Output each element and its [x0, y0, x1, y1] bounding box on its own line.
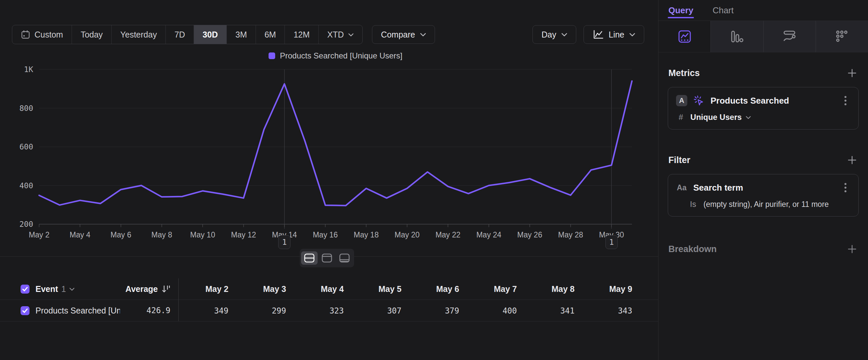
svg-text:May 24: May 24	[476, 230, 502, 239]
svg-text:600: 600	[19, 142, 33, 151]
filter-property-name: Search term	[693, 183, 743, 193]
chart-legend[interactable]: Products Searched [Unique Users]	[39, 51, 632, 60]
cell-value: 379	[402, 306, 459, 315]
chevron-down-icon	[561, 32, 567, 36]
cell-value: 400	[459, 306, 517, 315]
table-only-view-icon	[339, 253, 350, 263]
chevron-down-icon	[348, 33, 354, 36]
flows-tab[interactable]	[763, 21, 816, 52]
flows-icon	[782, 29, 797, 44]
table-row[interactable]: Products Searched [Un... 426.9 349299323…	[0, 300, 658, 322]
metric-options-button[interactable]	[840, 95, 850, 107]
svg-text:May 4: May 4	[70, 230, 91, 239]
filter-card[interactable]: Aa Search term Is (empty string), Air pu…	[668, 174, 859, 217]
cell-value: 341	[517, 306, 575, 315]
plus-icon	[847, 156, 857, 165]
date-range-group: CustomTodayYesterday7D30D3M6M12MXTD	[12, 25, 363, 44]
date-column-header[interactable]: May 3	[228, 284, 286, 294]
cell-value: 343	[575, 306, 632, 315]
retention-tab[interactable]	[816, 21, 868, 52]
calendar-icon	[21, 30, 30, 39]
results-table: Event 1 Average May 2May 3May 4May 5May …	[0, 278, 658, 322]
breakdown-heading-row: Breakdown	[669, 243, 858, 255]
metrics-title: Metrics	[669, 68, 700, 78]
date-column-header[interactable]: May 4	[286, 284, 344, 294]
compare-label: Compare	[381, 30, 415, 39]
add-breakdown-button[interactable]	[846, 243, 858, 255]
table-only-view-button[interactable]	[336, 251, 353, 265]
date-column-header[interactable]: May 8	[517, 284, 575, 294]
series-swatch	[269, 53, 275, 59]
query-builder-panel: Query Chart Metrics	[658, 0, 868, 360]
date-column-header[interactable]: May 2	[171, 284, 228, 294]
metric-name: Products Searched	[711, 95, 789, 106]
range-today-button[interactable]: Today	[72, 25, 112, 44]
date-column-header[interactable]: May 7	[459, 284, 517, 294]
chart-only-view-button[interactable]	[319, 251, 335, 265]
line-chart-icon	[592, 29, 604, 40]
plus-icon	[847, 244, 857, 254]
insights-tab[interactable]	[658, 21, 711, 52]
svg-text:May 2: May 2	[29, 230, 50, 239]
svg-text:May 26: May 26	[517, 230, 542, 239]
date-column-header[interactable]: May 5	[344, 284, 402, 294]
filter-value[interactable]: (empty string), Air purifier, or 11 more	[704, 200, 829, 209]
average-column-header[interactable]: Average	[120, 284, 170, 294]
svg-text:May 22: May 22	[435, 230, 460, 239]
series-checkbox[interactable]	[21, 306, 30, 315]
range-yesterday-button[interactable]: Yesterday	[112, 25, 165, 44]
select-all-checkbox[interactable]	[21, 285, 30, 294]
svg-text:May 10: May 10	[190, 230, 215, 239]
range-3m-button[interactable]: 3M	[226, 25, 256, 44]
svg-text:800: 800	[19, 104, 33, 113]
event-column-header[interactable]: Event 1	[35, 284, 74, 294]
range-7d-button[interactable]: 7D	[165, 25, 194, 44]
svg-text:200: 200	[19, 220, 33, 228]
aggregation-dropdown[interactable]: Unique Users	[690, 113, 751, 122]
date-column-header[interactable]: May 9	[575, 284, 632, 294]
range-xtd-button[interactable]: XTD	[318, 25, 362, 44]
svg-text:1K: 1K	[24, 65, 33, 74]
range-12m-button[interactable]: 12M	[284, 25, 318, 44]
split-view-button[interactable]	[301, 251, 318, 265]
svg-text:May 6: May 6	[111, 230, 131, 239]
check-icon	[21, 306, 30, 315]
split-view-icon	[304, 253, 315, 263]
date-values: 349299323307379400341343	[171, 306, 632, 315]
series-label: Products Searched [Unique Users]	[280, 51, 403, 60]
date-column-headers: May 2May 3May 4May 5May 6May 7May 8May 9	[171, 284, 632, 294]
query-sections: Metrics A Products Searched #	[658, 67, 868, 255]
filter-options-button[interactable]	[840, 182, 850, 194]
table-column-divider	[178, 278, 179, 321]
svg-text:May 28: May 28	[558, 230, 583, 239]
add-filter-button[interactable]	[846, 154, 858, 166]
chevron-down-icon	[69, 287, 74, 291]
svg-text:May 12: May 12	[231, 230, 256, 239]
metric-card[interactable]: A Products Searched # Unique Users	[668, 87, 859, 130]
metrics-heading-row: Metrics	[669, 67, 858, 79]
layout-toggle-group	[300, 249, 354, 267]
annotation-badge[interactable]: 1	[606, 235, 618, 249]
range-6m-button[interactable]: 6M	[256, 25, 285, 44]
date-column-header[interactable]: May 6	[402, 284, 459, 294]
tab-query[interactable]: Query	[669, 0, 693, 21]
granularity-label: Day	[541, 30, 556, 39]
series-name: Products Searched [Un...	[35, 306, 120, 315]
chevron-down-icon	[746, 116, 751, 119]
insights-line-chart-icon	[677, 29, 692, 44]
range-30d-button[interactable]: 30D	[194, 25, 226, 44]
sort-descending-icon	[162, 285, 170, 293]
chevron-down-icon	[629, 32, 635, 36]
compare-button[interactable]: Compare	[372, 25, 435, 44]
cell-value: 299	[228, 306, 286, 315]
annotation-badge[interactable]: 1	[278, 235, 290, 249]
range-custom-button[interactable]: Custom	[12, 25, 72, 44]
granularity-button[interactable]: Day	[532, 25, 576, 44]
plus-icon	[847, 68, 857, 78]
chart-type-button[interactable]: Line	[584, 25, 644, 44]
filter-operator[interactable]: Is	[690, 200, 696, 209]
funnels-tab[interactable]	[711, 21, 763, 52]
add-metric-button[interactable]	[846, 67, 858, 79]
average-value: 426.9	[147, 306, 170, 315]
tab-chart[interactable]: Chart	[713, 0, 734, 21]
